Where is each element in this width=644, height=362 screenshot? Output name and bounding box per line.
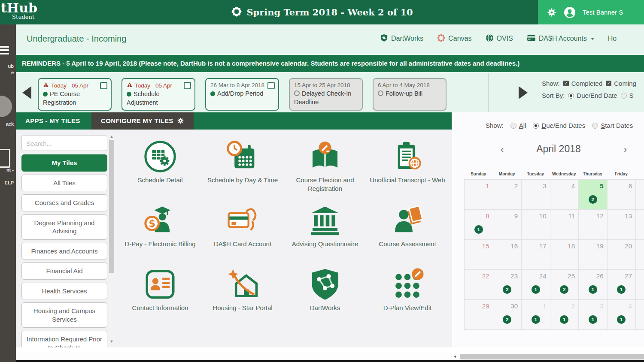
checkbox-icon[interactable]: ✓ [563,81,569,86]
menu-icon[interactable] [0,46,9,56]
calendar-day-cell[interactable]: 31 [579,300,608,330]
event-count-badge[interactable]: 1 [589,285,597,294]
user-avatar-icon[interactable] [564,6,576,18]
search-input[interactable] [21,136,107,151]
reminder-card-schedule-adjustment[interactable]: Today - 05 Apr Schedule Adjustment [122,78,195,111]
reminder-card-pe-course-registration[interactable]: Today - 05 Apr PE Course Registration [38,78,112,111]
calendar-day-cell[interactable]: 81 [465,210,493,240]
hscrollbar-thumb[interactable] [460,354,644,359]
event-count-badge[interactable]: 2 [589,195,597,204]
radio-icon[interactable] [621,93,627,99]
checkbox-icon[interactable]: ✓ [606,81,611,86]
scroll-left-icon[interactable]: ◄ [453,354,457,359]
scroll-up-icon[interactable]: ▲ [109,134,114,139]
tile-advising-questionnaire[interactable]: Advising Questionnaire [287,196,363,260]
radio-icon[interactable] [533,123,539,129]
event-count-badge[interactable]: 1 [474,225,483,234]
calendar-day-cell[interactable]: 13 [608,210,636,240]
tile-course-assessment[interactable]: Course Assessment [370,196,445,260]
calendar-day-cell[interactable]: 19 [579,240,608,270]
calendar-day-cell[interactable]: 3 [522,180,550,210]
calendar-day-cell[interactable]: 22 [465,270,493,300]
link-canvas[interactable]: Canvas [437,34,471,44]
calendar-day-cell[interactable]: 11 [550,210,579,240]
reminder-card-delayed-check-in-deadline[interactable]: 15 Apr to 25 Apr 2018 Delayed Check-In D… [289,78,363,111]
sidebar-item-degree-planning-and-advising[interactable]: Degree Planning and Advising [21,214,107,240]
event-count-badge[interactable]: 1 [560,315,568,324]
reminder-card-add-drop-period[interactable]: 26 Mar to 8 Apr 2018 Add/Drop Period [205,78,279,111]
calendar-day-cell[interactable]: 241 [522,270,550,300]
card-checkbox[interactable] [267,82,275,89]
tile-da-h-card-account[interactable]: DA$H Card Account [205,196,280,260]
tile-unofficial-transcript-web[interactable]: Unofficial Transcript - Web [370,132,445,196]
card-checkbox[interactable] [100,82,107,89]
radio-icon[interactable] [510,123,516,129]
event-count-badge[interactable]: 2 [560,285,568,294]
tile-d-plan-view-edit[interactable]: D-Plan View/Edit [370,260,445,324]
calendar-day-cell[interactable]: 4 [550,180,579,210]
event-count-badge[interactable]: 1 [532,285,540,294]
sidebar-item-financial-aid[interactable]: Financial Aid [21,262,107,280]
reminders-next-arrow[interactable] [519,86,528,99]
calendar-day-cell[interactable]: 12 [579,210,608,240]
show-option-coming[interactable]: ✓Coming [606,80,636,87]
tile-d-pay-electronic-billing[interactable]: $ D-Pay - Electronic Billing [122,196,198,260]
calendar-day-cell[interactable]: 41 [608,300,636,330]
sidebar-item-my-tiles[interactable]: My Tiles [21,154,107,172]
gear-icon[interactable] [547,7,557,18]
link-home[interactable]: Ho [608,35,617,42]
reminder-card-follow-up-bill[interactable]: 6 Apr to 4 May 2018 Follow-up Bill [373,78,447,111]
event-count-badge[interactable]: 2 [503,285,511,294]
calendar-day-cell[interactable]: 232 [493,270,522,300]
reminders-prev-arrow[interactable] [22,86,31,99]
calendar-day-cell[interactable]: 18 [550,240,579,270]
calendar-day-cell[interactable]: 15 [465,240,493,270]
sidebar-item-housing-and-campus-services[interactable]: Housing and Campus Services [21,302,107,328]
calendar-day-cell[interactable]: 252 [550,270,579,300]
event-count-badge[interactable]: 1 [532,315,540,324]
calendar-day-cell[interactable]: 17 [522,240,550,270]
calendar-day-cell[interactable]: 6 [608,180,636,210]
calendar-day-cell[interactable]: 16 [493,240,522,270]
user-name[interactable]: Test Banner S [583,9,623,16]
card-checkbox[interactable] [184,82,191,89]
tile-dartworks[interactable]: DartWorks [287,260,363,324]
link-ovis[interactable]: OVIS [486,34,513,44]
tile-contact-information[interactable]: Contact Information [122,260,198,324]
link-dartworks[interactable]: DartWorks [380,34,423,44]
calendar-day-cell[interactable]: 2 [493,180,522,210]
calendar-day-cell[interactable]: 29 [465,300,493,330]
sidebar-item-finances-and-accounts[interactable]: Finances and Accounts [21,243,107,260]
sidebar-item-all-tiles[interactable]: All Tiles [21,175,107,192]
sidebar-scrollbar[interactable]: ▲ ▼ [109,134,114,344]
calendar-show-start-dates[interactable]: Start Dates [592,122,633,129]
event-count-badge[interactable]: 2 [503,315,511,324]
calendar-day-cell[interactable]: 271 [608,270,636,300]
calendar-day-cell[interactable]: 20 [608,240,636,270]
event-count-badge[interactable]: 1 [617,285,626,294]
sidebar-item-courses-and-grades[interactable]: Courses and Grades [21,194,107,211]
calendar-next-icon[interactable]: › [624,144,627,155]
calendar-day-cell[interactable]: 1 [465,180,493,210]
horizontal-scrollbar[interactable]: ◄ [16,353,644,360]
event-count-badge[interactable]: 1 [617,315,626,324]
sidebar-item-health-services[interactable]: Health Services [21,283,107,300]
calendar-day-cell[interactable]: 261 [579,270,608,300]
tile-schedule-detail[interactable]: Schedule Detail [122,132,198,196]
feedback-circle-icon[interactable] [0,96,12,117]
sort-option-s[interactable]: S [621,92,634,99]
calendar-show-all[interactable]: All [510,122,526,129]
link-dash-accounts[interactable]: DA$H Accounts [527,35,594,43]
tab-apps-my-tiles[interactable]: APPS - MY TILES [16,112,90,130]
calendar-day-cell[interactable]: 9 [493,210,522,240]
radio-icon[interactable] [568,93,574,99]
calendar-day-cell[interactable]: 52 [579,180,608,210]
scrollbar-thumb[interactable] [109,140,114,273]
event-count-badge[interactable]: 1 [589,315,597,324]
scroll-down-icon[interactable]: ▼ [109,339,114,344]
sort-option-due-end-date[interactable]: Due/End Date [568,92,617,99]
calendar-show-due-end-dates[interactable]: Due/End Dates [533,122,585,129]
calendar-day-cell[interactable]: 11 [522,300,550,330]
help-panel-icon[interactable] [0,149,10,168]
calendar-day-cell[interactable]: 10 [522,210,550,240]
